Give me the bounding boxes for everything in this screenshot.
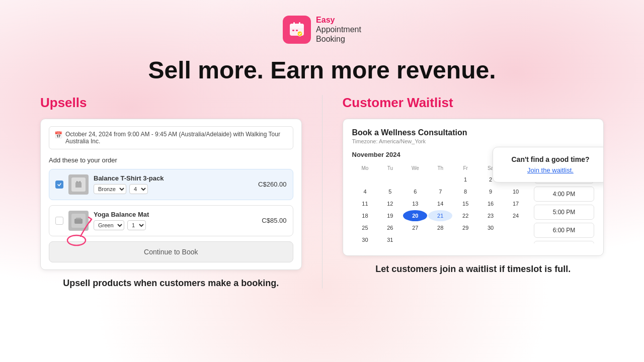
- waitlist-join-link[interactable]: Join the waitlist.: [501, 166, 600, 174]
- waitlist-column: Customer Waitlist Book a Wellness Consul…: [323, 95, 624, 289]
- cal-day[interactable]: 12: [378, 198, 402, 209]
- svg-rect-1: [290, 24, 304, 28]
- day-fr: Fr: [453, 164, 477, 173]
- upsell-thumb-1: [68, 174, 89, 195]
- cal-day[interactable]: 23: [478, 210, 503, 221]
- cal-day[interactable]: 16: [478, 198, 503, 209]
- waitlist-section-title: Customer Waitlist: [343, 95, 604, 111]
- svg-rect-5: [292, 30, 294, 31]
- cal-day[interactable]: 1: [453, 174, 477, 185]
- upsells-section-title: Upsells: [40, 95, 302, 111]
- time-slot-4[interactable]: 6:00 PM: [534, 223, 594, 238]
- cal-day[interactable]: 10: [504, 186, 528, 197]
- upsell-selects-2: Green 1: [94, 220, 257, 230]
- cal-week-1: 45678910: [353, 186, 528, 197]
- columns: Upsells 📅 October 24, 2024 from 9:00 AM …: [20, 95, 624, 289]
- cal-day[interactable]: 26: [378, 222, 402, 233]
- cal-day: [428, 234, 452, 245]
- cal-day[interactable]: 27: [403, 222, 427, 233]
- cal-day[interactable]: 29: [453, 222, 477, 233]
- time-slot-3[interactable]: 5:00 PM: [534, 205, 594, 220]
- cal-day[interactable]: 30: [478, 222, 503, 233]
- booking-info-text: October 24, 2024 from 9:00 AM - 9:45 AM …: [65, 131, 288, 145]
- upsell-price-1: C$260.00: [258, 180, 286, 188]
- upsells-column: Upsells 📅 October 24, 2024 from 9:00 AM …: [20, 95, 322, 289]
- cal-day[interactable]: 25: [353, 222, 377, 233]
- cal-day[interactable]: 18: [353, 210, 377, 221]
- upsell-item-1: Balance T-Shirt 3-pack Bronze 4 C$260.00: [49, 169, 293, 200]
- time-slot-5[interactable]: 7:00 PM: [534, 241, 594, 243]
- logo-icon: [283, 16, 311, 44]
- day-mo: Mo: [353, 164, 377, 173]
- cal-day[interactable]: 13: [403, 198, 427, 209]
- cal-day[interactable]: 20: [403, 210, 427, 221]
- waitlist-tooltip: Can't find a good time? Join the waitlis…: [493, 147, 604, 183]
- cal-day[interactable]: 8: [453, 186, 477, 197]
- cal-day: [378, 174, 402, 185]
- cal-day[interactable]: 24: [504, 210, 528, 221]
- cal-day: [403, 174, 427, 185]
- upsell-checkbox-2[interactable]: [55, 217, 63, 225]
- upsell-name-1: Balance T-Shirt 3-pack: [94, 174, 253, 182]
- cal-day[interactable]: 15: [453, 198, 477, 209]
- svg-rect-6: [296, 30, 298, 31]
- upsell-name-2: Yoga Balance Mat: [94, 211, 257, 218]
- cal-week-3: 18192021222324: [353, 210, 528, 221]
- hero-title: Sell more. Earn more revenue.: [148, 56, 496, 84]
- cal-day[interactable]: 4: [353, 186, 377, 197]
- waitlist-timezone: Timezone: America/New_York: [352, 138, 595, 144]
- cal-day: [504, 222, 528, 233]
- cal-day[interactable]: 6: [403, 186, 427, 197]
- waitlist-tooltip-title: Can't find a good time?: [501, 155, 600, 163]
- cal-day: [353, 174, 377, 185]
- cal-day[interactable]: 31: [378, 234, 402, 245]
- cal-day: [428, 174, 452, 185]
- waitlist-card: Book a Wellness Consultation Timezone: A…: [343, 119, 604, 256]
- cal-day: [453, 234, 477, 245]
- upsell-checkbox-1[interactable]: [55, 180, 63, 189]
- cal-week-2: 11121314151617: [353, 198, 528, 209]
- cal-day[interactable]: 28: [428, 222, 452, 233]
- waitlist-booking-title: Book a Wellness Consultation: [352, 128, 595, 137]
- cal-day[interactable]: 7: [428, 186, 452, 197]
- svg-rect-3: [299, 22, 300, 25]
- upsell-qty-2[interactable]: 1: [127, 220, 146, 230]
- cal-day[interactable]: 21: [428, 210, 452, 221]
- cal-day: [478, 234, 503, 245]
- upsell-price-2: C$85.00: [262, 217, 286, 224]
- upsell-details-2: Yoga Balance Mat Green 1: [94, 211, 257, 230]
- cal-day[interactable]: 19: [378, 210, 402, 221]
- cal-day[interactable]: 5: [378, 186, 402, 197]
- upsell-variant-1[interactable]: Bronze: [94, 184, 126, 194]
- cal-day[interactable]: 17: [504, 198, 528, 209]
- upsell-selects-1: Bronze 4: [94, 184, 253, 194]
- cal-month: November 2024: [352, 151, 400, 158]
- upsell-details-1: Balance T-Shirt 3-pack Bronze 4: [94, 174, 253, 194]
- cal-day[interactable]: 22: [453, 210, 477, 221]
- header: Easy AppointmentBooking: [283, 15, 361, 44]
- waitlist-caption: Let customers join a waitlist if timeslo…: [343, 264, 604, 275]
- cal-day: [504, 234, 528, 245]
- booking-info: 📅 October 24, 2024 from 9:00 AM - 9:45 A…: [49, 126, 293, 149]
- svg-rect-2: [293, 22, 295, 25]
- svg-point-11: [67, 235, 86, 245]
- day-tu: Tu: [378, 164, 402, 173]
- arrow-annotation: [66, 210, 107, 252]
- add-label: Add these to your order: [49, 156, 293, 164]
- cal-day[interactable]: 14: [428, 198, 452, 209]
- cal-day[interactable]: 9: [478, 186, 503, 197]
- logo-appointment: AppointmentBooking: [316, 25, 361, 44]
- upsell-caption: Upsell products when customers make a bo…: [40, 278, 302, 289]
- logo-easy: Easy: [316, 15, 361, 25]
- cal-day: [403, 234, 427, 245]
- cal-day[interactable]: 11: [353, 198, 377, 209]
- day-th: Th: [428, 164, 452, 173]
- cal-week-5: 3031: [353, 234, 528, 245]
- day-we: We: [403, 164, 427, 173]
- logo-text: Easy AppointmentBooking: [316, 15, 361, 44]
- cal-week-4: 252627282930: [353, 222, 528, 233]
- time-slot-2[interactable]: 4:00 PM: [534, 187, 594, 202]
- upsell-qty-1[interactable]: 4: [129, 184, 148, 194]
- calendar-icon: 📅: [54, 131, 62, 139]
- cal-day[interactable]: 30: [353, 234, 377, 245]
